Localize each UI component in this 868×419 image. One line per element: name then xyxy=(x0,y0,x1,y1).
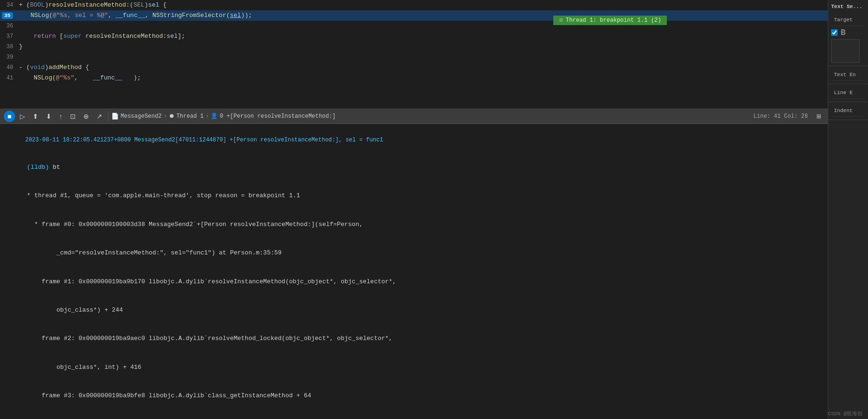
breakpoints-button[interactable]: ⊡ xyxy=(67,112,79,121)
code-line-41: 41 NSLog(@"%s", __func__ ); xyxy=(0,73,828,83)
breadcrumb-arrow-1: › xyxy=(163,113,167,120)
breadcrumb-frame: 0 +[Person resolveInstanceMethod:] xyxy=(220,113,336,120)
target-checkbox[interactable] xyxy=(831,29,838,36)
text-en-label: Text En xyxy=(831,69,865,81)
line-e-label: Line E xyxy=(831,87,865,99)
console-area[interactable]: 2023-08-11 18:22:05.421237+0800 MessageS… xyxy=(0,124,828,419)
thread-banner: ≡ Thread 1: breakpoint 1.1 (2) xyxy=(553,16,667,25)
toolbar-separator xyxy=(108,112,108,121)
code-line-40: 40 - (void)addMethod { xyxy=(0,62,828,73)
code-editor: 34 + (BOOL)resolveInstanceMethod:(SEL)se… xyxy=(0,0,828,109)
console-frame-2b: objc_class*, int) + 416 xyxy=(5,353,823,382)
console-thread-line: * thread #1, queue = 'com.apple.main-thr… xyxy=(5,182,823,210)
console-frame-1b: objc_class*) + 244 xyxy=(5,296,823,324)
code-main: 34 + (BOOL)resolveInstanceMethod:(SEL)se… xyxy=(0,0,828,108)
thread-icon: ⏺ xyxy=(169,113,175,120)
console-prompt-line: (lldb) bt xyxy=(5,153,823,182)
code-line-39: 39 xyxy=(0,52,828,62)
console-frame-0a: * frame #0: 0x0000000100003d38 MessageSe… xyxy=(5,210,823,239)
console-frame-2a: frame #2: 0x000000019ba9aec0 libobjc.A.d… xyxy=(5,324,823,353)
expand-button[interactable]: ⊞ xyxy=(814,112,824,121)
console-frame-1a: frame #1: 0x000000019ba9b170 libobjc.A.d… xyxy=(5,267,823,296)
breadcrumb-thread: Thread 1 xyxy=(177,113,204,120)
file-icon: 📄 xyxy=(111,113,119,120)
console-frame-4: frame #4: 0x000000019bccba88 CoreFoundat… xyxy=(5,410,823,419)
text-settings-panel: Text Se... Target B Text En Line E Inden… xyxy=(828,0,868,419)
code-line-38: 38 } xyxy=(0,42,828,52)
code-line-35: 35 NSLog(@"%s, sel = %@", __func__, NSSt… xyxy=(0,10,828,21)
breadcrumb-arrow-2: › xyxy=(205,113,209,120)
console-frame-3: frame #3: 0x000000019ba9bfe8 libobjc.A.d… xyxy=(5,382,823,410)
console-frame-0b: _cmd="resolveInstanceMethod:", sel="func… xyxy=(5,239,823,267)
thread-banner-text: Thread 1: breakpoint 1.1 (2) xyxy=(566,17,661,24)
target-label: Target xyxy=(831,14,865,26)
step-out-button[interactable]: ↑ xyxy=(56,112,65,121)
continue-button[interactable]: ▷ xyxy=(17,112,28,121)
threads-button[interactable]: ⊕ xyxy=(80,112,92,121)
code-line-37: 37 return [super resolveInstanceMethod:s… xyxy=(0,31,828,42)
breadcrumb: MessageSend2 › ⏺ Thread 1 › 👤 0 +[Person… xyxy=(121,113,752,120)
toolbar-right: Line: 41 Col: 28 ⊞ xyxy=(753,112,824,121)
breakpoint-marker: 35 xyxy=(2,12,13,19)
toolbar: ■ ▷ ⬆ ⬇ ↑ ⊡ ⊕ ↗ 📄 MessageSend2 › ⏺ Threa… xyxy=(0,109,828,124)
console-prompt: (lldb) xyxy=(27,164,49,171)
target-preview xyxy=(831,39,859,63)
code-line-36: 36 xyxy=(0,21,828,31)
watermark: CSDN @瓶海创 xyxy=(828,410,862,417)
cursor-location: Line: 41 Col: 28 xyxy=(753,113,808,120)
console-command: bt xyxy=(53,164,60,171)
stop-button[interactable]: ■ xyxy=(4,111,15,122)
text-settings-title: Text Se... xyxy=(828,0,868,11)
breadcrumb-file: MessageSend2 xyxy=(121,113,161,120)
console-header-line: 2023-08-11 18:22:05.421237+0800 MessageS… xyxy=(5,127,823,153)
step-over-button[interactable]: ⬆ xyxy=(30,112,41,121)
code-line-34: 34 + (BOOL)resolveInstanceMethod:(SEL)se… xyxy=(0,0,828,10)
person-icon: 👤 xyxy=(211,113,218,120)
step-into-button[interactable]: ⬇ xyxy=(43,112,54,121)
indent-label: Indent xyxy=(831,105,865,117)
target-icon: B xyxy=(841,28,846,37)
navigate-button[interactable]: ↗ xyxy=(94,112,105,121)
